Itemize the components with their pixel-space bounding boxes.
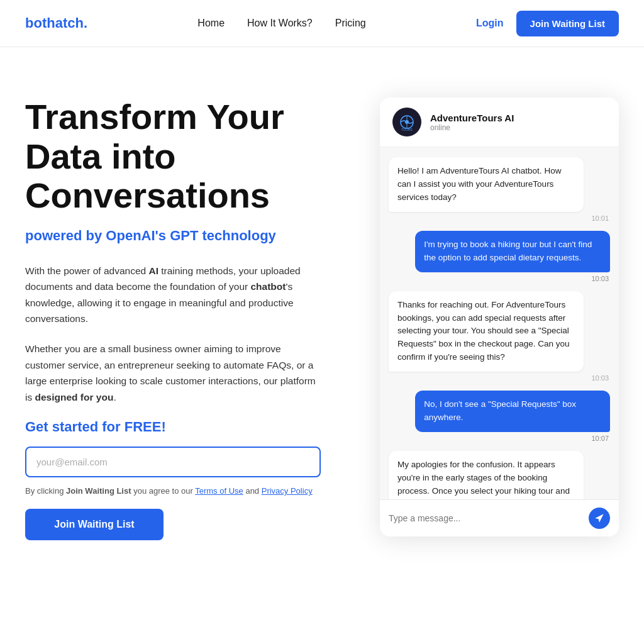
msg-time-2: 10:03 [389,275,610,282]
chat-status: online [430,123,514,132]
terms-cta-bold: Join Waiting List [66,486,131,496]
hero-subtitle: powered by OpenAI's GPT technology [25,227,321,245]
logo: bothatch. [25,15,87,31]
email-input[interactable] [25,447,321,477]
message-5: My apologies for the confusion. It appea… [389,451,610,499]
send-button[interactable] [589,508,610,529]
hero-desc-2: Whether you are a small business owner a… [25,341,321,405]
message-2: I'm trying to book a hiking tour but I c… [389,231,610,282]
svg-text:TOURS: TOURS [401,128,413,131]
nav-links: Home How It Works? Pricing [197,18,365,29]
chat-input-row [380,499,619,536]
hero-section: Transform Your Data into Conversations p… [25,97,321,540]
chat-header: TOURS AdventureTours AI online [380,97,619,147]
msg-user-4: No, I don't see a "Special Requests" box… [415,391,610,432]
chat-body: Hello! I am AdventureTours AI chatbot. H… [380,147,619,499]
nav-home[interactable]: Home [197,18,225,29]
nav-pricing[interactable]: Pricing [335,18,366,29]
login-button[interactable]: Login [476,18,504,29]
msg-user-2: I'm trying to book a hiking tour but I c… [415,231,610,272]
svg-point-1 [405,120,409,124]
nav-how-it-works[interactable]: How It Works? [247,18,313,29]
cta-label: Get started for FREE! [25,419,321,435]
msg-time-1: 10:01 [389,214,610,222]
msg-time-4: 10:07 [389,435,610,442]
hero-title: Transform Your Data into Conversations [25,97,321,216]
send-icon [594,513,604,523]
logo-dot: . [84,15,87,31]
msg-bot-3: Thanks for reaching out. For AdventureTo… [389,291,584,372]
message-3: Thanks for reaching out. For AdventureTo… [389,291,610,382]
message-4: No, I don't see a "Special Requests" box… [389,391,610,442]
message-1: Hello! I am AdventureTours AI chatbot. H… [389,157,610,222]
nav-actions: Login Join Waiting List [476,11,619,36]
terms-of-use-link[interactable]: Terms of Use [195,486,243,496]
join-waiting-list-submit-button[interactable]: Join Waiting List [25,509,164,540]
msg-bot-5: My apologies for the confusion. It appea… [389,451,584,499]
chat-message-input[interactable] [389,513,582,523]
navbar: bothatch. Home How It Works? Pricing Log… [0,0,644,47]
terms-text: By clicking Join Waiting List you agree … [25,485,321,497]
chat-header-info: AdventureTours AI online [430,113,514,132]
main-content: Transform Your Data into Conversations p… [0,47,644,565]
hero-desc-1: With the power of advanced AI training m… [25,263,321,327]
chat-widget: TOURS AdventureTours AI online Hello! I … [380,97,619,536]
join-waiting-list-nav-button[interactable]: Join Waiting List [516,11,619,36]
msg-bot-1: Hello! I am AdventureTours AI chatbot. H… [389,157,584,212]
chat-avatar: TOURS [392,108,421,136]
msg-time-3: 10:03 [389,374,610,382]
chat-bot-name: AdventureTours AI [430,113,514,123]
cta-free: FREE! [125,419,166,435]
privacy-policy-link[interactable]: Privacy Policy [262,486,313,496]
logo-text: bothatch [25,15,84,31]
